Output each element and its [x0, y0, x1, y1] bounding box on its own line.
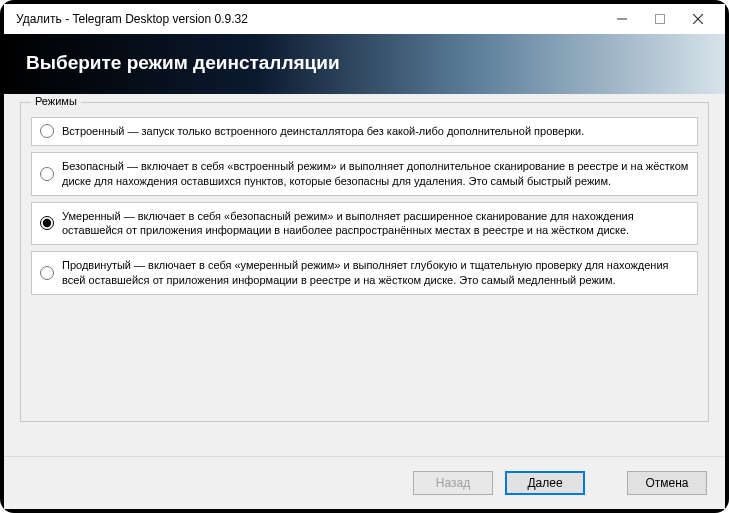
minimize-button[interactable] [603, 7, 641, 31]
content-area: Режимы Встроенный — запуск только встрое… [4, 94, 725, 456]
radio-safe[interactable] [40, 167, 54, 181]
uninstall-wizard-window: Удалить - Telegram Desktop version 0.9.3… [0, 0, 729, 513]
back-button: Назад [413, 471, 493, 495]
mode-option-builtin[interactable]: Встроенный — запуск только встроенного д… [31, 117, 698, 146]
window-title: Удалить - Telegram Desktop version 0.9.3… [16, 12, 248, 26]
cancel-button[interactable]: Отмена [627, 471, 707, 495]
groupbox-label: Режимы [31, 95, 81, 107]
radio-label: Продвинутый — включает в себя «умеренный… [62, 258, 689, 288]
next-button[interactable]: Далее [505, 471, 585, 495]
radio-builtin[interactable] [40, 124, 54, 138]
page-title: Выберите режим деинсталляции [26, 52, 703, 74]
close-button[interactable] [679, 7, 717, 31]
radio-advanced[interactable] [40, 266, 54, 280]
maximize-button[interactable] [641, 7, 679, 31]
mode-option-safe[interactable]: Безопасный — включает в себя «встроенный… [31, 152, 698, 196]
radio-moderate[interactable] [40, 216, 54, 230]
svg-rect-1 [656, 15, 665, 24]
mode-option-moderate[interactable]: Умеренный — включает в себя «безопасный … [31, 202, 698, 246]
radio-label: Встроенный — запуск только встроенного д… [62, 124, 584, 139]
button-row: Назад Далее Отмена [4, 456, 725, 509]
wizard-header: Выберите режим деинсталляции [4, 34, 725, 94]
modes-groupbox: Режимы Встроенный — запуск только встрое… [20, 102, 709, 422]
mode-option-advanced[interactable]: Продвинутый — включает в себя «умеренный… [31, 251, 698, 295]
titlebar: Удалить - Telegram Desktop version 0.9.3… [4, 4, 725, 34]
window-controls [603, 7, 717, 31]
radio-label: Умеренный — включает в себя «безопасный … [62, 209, 689, 239]
radio-label: Безопасный — включает в себя «встроенный… [62, 159, 689, 189]
